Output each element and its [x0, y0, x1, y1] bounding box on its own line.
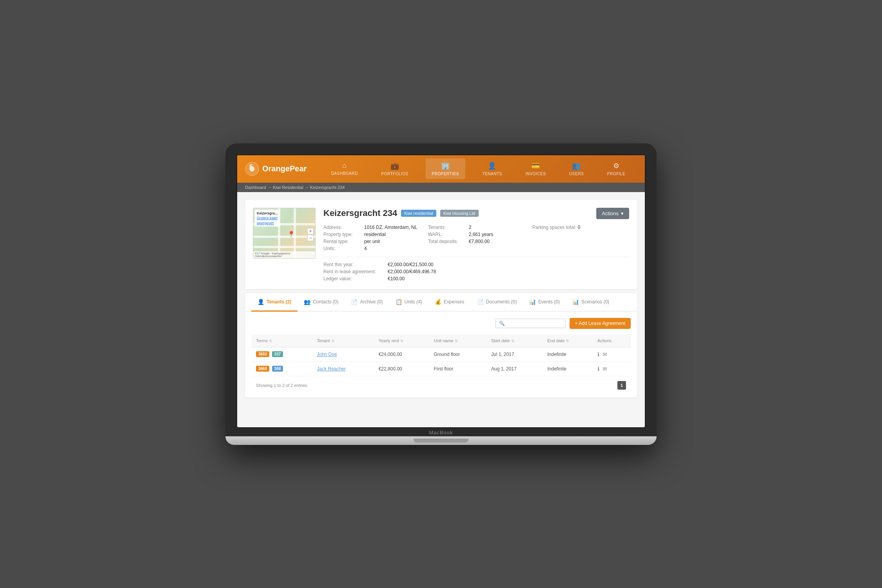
nav-item-tenants[interactable]: 👤 TENANTS [476, 158, 508, 179]
col-start-date: Start date ⇅ [486, 334, 543, 347]
row1-start-date: Jul 1, 2017 [486, 347, 543, 361]
invoices-icon: 💳 [531, 162, 540, 170]
tenant-jack-reacher[interactable]: Jack Reacher [317, 366, 345, 372]
col-terms: Terms ⇅ [251, 334, 312, 347]
sort-tenant-icon[interactable]: ⇅ [331, 339, 334, 343]
address-label: Address: [323, 225, 363, 230]
map-zoom-out[interactable]: − [307, 235, 314, 241]
sort-start-icon[interactable]: ⇅ [511, 339, 514, 343]
row2-tenant: Jack Reacher [312, 361, 374, 376]
properties-icon: 🏢 [441, 162, 450, 170]
total-deposits-value: €7,800.00 [469, 239, 490, 244]
tenants-value: 2 [469, 225, 472, 230]
tab-contacts[interactable]: 👥 Contacts (0) [298, 293, 345, 312]
table-row: 3660 368 Jack Reacher €22,800.00 First f… [251, 361, 631, 376]
property-badge-company: Kiwi Housing Ltd [440, 210, 479, 217]
row2-unit-name: First floor [429, 361, 486, 376]
map-zoom-in[interactable]: + [307, 228, 314, 234]
warl-label: WARL: [428, 232, 467, 237]
units-label: Units: [323, 246, 363, 251]
portfolios-icon: 💼 [390, 162, 399, 170]
property-header: 📍 Keizersgra... Grotere kaart weergeven … [245, 200, 637, 289]
rent-year-label: Rent this year: [323, 262, 386, 267]
nav-items: ⌂ DASHBOARD 💼 PORTFOLIOS 🏢 PROPERTIES 👤 … [319, 158, 637, 179]
col-yearly-rent: Yearly rent ⇅ [374, 334, 429, 347]
row2-start-date: Aug 1, 2017 [486, 361, 543, 376]
map-footer: ©17 Google · Kaartgegevens Gebruiksvoorw… [253, 251, 315, 258]
rental-type-label: Rental type: [323, 239, 363, 244]
archive-tab-icon: 📄 [351, 299, 358, 305]
add-lease-button[interactable]: + Add Lease Agreement [570, 318, 631, 329]
search-input[interactable] [507, 321, 562, 326]
row1-actions: ℹ ✉ [593, 347, 631, 361]
row2-terms: 3660 368 [251, 361, 312, 376]
tag-3660-1: 3660 [256, 351, 269, 357]
sort-terms-icon[interactable]: ⇅ [269, 339, 272, 343]
row2-actions: ℹ ✉ [593, 361, 631, 376]
ledger-value: €100.00 [388, 276, 405, 281]
nav-item-portfolios[interactable]: 💼 PORTFOLIOS [375, 158, 415, 179]
property-title: Keizersgracht 234 [323, 208, 397, 218]
parking-label: Parking spaces total: [532, 225, 576, 230]
table-toolbar: 🔍 + Add Lease Agreement [251, 318, 631, 329]
row2-email-icon[interactable]: ✉ [603, 366, 607, 372]
tab-units[interactable]: 📋 Units (4) [389, 293, 428, 312]
tab-archive[interactable]: 📄 Archive (0) [345, 293, 389, 312]
warl-value: 2,661 years [469, 232, 494, 237]
rent-year-value: €2,000.00/€21,500.00 [388, 262, 434, 267]
ledger-label: Ledger value: [323, 276, 386, 281]
row2-info-icon[interactable]: ℹ [597, 366, 599, 372]
units-tab-icon: 📋 [396, 299, 402, 305]
row1-info-icon[interactable]: ℹ [597, 351, 599, 358]
rental-type-value: per unit [364, 239, 380, 244]
tab-tenants[interactable]: 👤 Tenants (2) [251, 293, 298, 312]
sort-end-icon[interactable]: ⇅ [566, 339, 569, 343]
breadcrumb: Dashboard → Kiwi Residential → Keizersgr… [237, 183, 645, 192]
tab-scenarios[interactable]: 📊 Scenarios (0) [566, 293, 615, 312]
map-link-bigger[interactable]: Grotere kaart [257, 216, 278, 220]
tag-3660-2: 3660 [256, 366, 269, 372]
macbook-label: MacBook [236, 428, 646, 436]
nav-item-users[interactable]: 👥 USERS [563, 158, 590, 179]
page-number-1[interactable]: 1 [617, 381, 626, 390]
tenant-john-doe[interactable]: John Doe [317, 352, 337, 357]
property-badge-residential: Kiwi residential [401, 210, 436, 217]
nav-item-profile[interactable]: ⚙ PROFILE [601, 158, 632, 179]
main-content: 📍 Keizersgra... Grotere kaart weergeven … [237, 192, 645, 427]
map-overlay: Keizersgra... Grotere kaart weergeven [255, 210, 280, 227]
actions-button[interactable]: Actions ▾ [596, 208, 629, 219]
table-area: 🔍 + Add Lease Agreement Terms [245, 312, 637, 397]
map-link-show[interactable]: weergeven [257, 221, 274, 225]
expenses-tab-icon: 💰 [435, 299, 441, 305]
tab-documents[interactable]: 📄 Documents (0) [471, 293, 523, 312]
sort-unit-icon[interactable]: ⇅ [455, 339, 458, 343]
contacts-tab-icon: 👥 [304, 299, 310, 305]
nav-item-dashboard[interactable]: ⌂ DASHBOARD [325, 158, 364, 179]
col-unit-name: Unit name ⇅ [429, 334, 486, 347]
property-type-value: residential [364, 232, 386, 237]
tag-337: 337 [272, 351, 283, 357]
documents-tab-icon: 📄 [477, 299, 484, 305]
nav-item-properties[interactable]: 🏢 PROPERTIES [426, 158, 465, 179]
tenants-label: Tenants: [428, 225, 467, 230]
sort-rent-icon[interactable]: ⇅ [400, 339, 403, 343]
pagination-info: Showing 1 to 2 of 2 entries [256, 383, 307, 388]
logo[interactable]: OrangePear [245, 162, 308, 176]
search-icon: 🔍 [499, 321, 505, 326]
address-value: 1016 DZ, Amsterdam, NL [364, 225, 417, 230]
row1-email-icon[interactable]: ✉ [603, 351, 607, 358]
col-tenant: Tenant ⇅ [312, 334, 374, 347]
col-actions: Actions [593, 334, 631, 347]
row2-end-date: Indefinite [543, 361, 593, 376]
tag-368: 368 [272, 366, 283, 372]
dashboard-icon: ⌂ [342, 162, 347, 170]
tab-expenses[interactable]: 💰 Expenses [428, 293, 471, 312]
nav-item-invoices[interactable]: 💳 INVOICES [519, 158, 552, 179]
tenants-tab-icon: 👤 [258, 299, 264, 305]
tenants-icon: 👤 [488, 162, 497, 170]
row1-end-date: Indefinite [543, 347, 593, 361]
tab-events[interactable]: 📊 Events (0) [523, 293, 566, 312]
property-info: Keizersgracht 234 Kiwi residential Kiwi … [323, 208, 629, 281]
chevron-down-icon: ▾ [621, 211, 624, 216]
events-tab-icon: 📊 [529, 299, 536, 305]
